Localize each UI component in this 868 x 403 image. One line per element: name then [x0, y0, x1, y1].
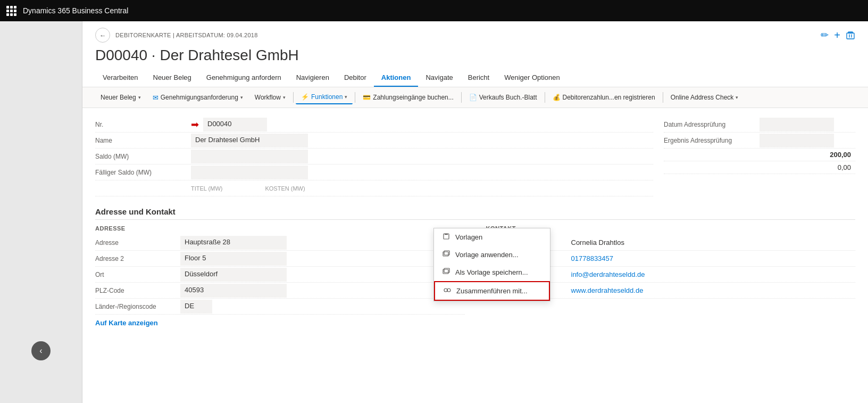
mail-icon: ✉	[153, 94, 158, 102]
telefon-value[interactable]: 01778833457	[571, 254, 614, 262]
zusammenfuehren-icon	[444, 286, 452, 295]
toolbar-divider-2	[355, 92, 355, 103]
dropdown-item-vorlagen[interactable]: Vorlagen	[434, 228, 550, 246]
field-row-name: Name Der Drahtesel GmbH	[95, 133, 653, 149]
money-icon: 💰	[553, 94, 561, 101]
ergebnis-label: Ergebnis Adressprüfung	[664, 137, 760, 144]
tab-neuer-beleg[interactable]: Neuer Beleg	[146, 69, 199, 87]
tab-verarbeiten[interactable]: Verarbeiten	[95, 69, 146, 87]
nr-label: Nr.	[95, 121, 191, 128]
ort-input[interactable]: Düsseldorf	[180, 268, 287, 282]
toolbar-divider-1	[293, 92, 294, 103]
edit-button[interactable]: ✏	[821, 29, 829, 41]
toolbar-debitorenzahlungen[interactable]: 💰 Debitorenzahlun...en registrieren	[547, 91, 661, 104]
ergebnis-input[interactable]	[760, 134, 834, 147]
tab-bericht[interactable]: Bericht	[461, 69, 497, 87]
partial-label-2: KOSTEN (MW)	[265, 185, 305, 192]
addr-row-ort: Ort Düsseldorf	[95, 267, 465, 283]
dropdown-menu: Vorlagen Vorlage anwenden... Als Vorlage…	[433, 228, 550, 301]
email-value[interactable]: info@derdrahteseldd.de	[571, 270, 645, 278]
land-field-label: Länder-/Regionscode	[95, 303, 180, 310]
chevron-icon-5: ▾	[736, 95, 738, 100]
datum-input[interactable]	[760, 118, 834, 131]
adresse2-field-label: Adresse 2	[95, 255, 180, 262]
svg-rect-1	[848, 32, 853, 33]
name-input[interactable]: Der Drahtesel GmbH	[191, 134, 308, 147]
svg-rect-3	[445, 234, 448, 235]
faelliger-amount: 0,00	[838, 163, 855, 171]
toolbar-neuer-beleg[interactable]: Neuer Beleg ▾	[95, 91, 146, 104]
saldo-amount: 200,00	[830, 151, 855, 159]
name-label: Name	[95, 137, 191, 144]
addr-row-adresse2: Adresse 2 Floor 5	[95, 251, 465, 267]
saldo-input[interactable]	[191, 150, 308, 163]
tab-navigieren[interactable]: Navigieren	[289, 69, 337, 87]
genehmigung-label: Genehmigungsanforderung	[161, 94, 238, 101]
delete-button[interactable]	[846, 30, 855, 40]
svg-rect-0	[847, 33, 854, 39]
saldo-label: Saldo (MW)	[95, 153, 191, 160]
kontaktname-value: Cornelia Drahtlos	[571, 238, 624, 246]
toolbar-address-check[interactable]: Online Address Check ▾	[665, 91, 744, 104]
homepage-value[interactable]: www.derdrahteseldd.de	[571, 286, 644, 294]
map-link[interactable]: Auf Karte anzeigen	[95, 319, 158, 327]
toolbar-verkaufs-buch[interactable]: 📄 Verkaufs Buch.-Blatt	[464, 91, 542, 104]
vorlage-anwenden-icon	[443, 250, 451, 259]
chevron-icon-3: ▾	[283, 95, 286, 100]
form-area: Nr. ➡ D00040 Name Der Drahtesel GmbH	[82, 108, 868, 335]
adresse-field-label: Adresse	[95, 239, 180, 246]
verkaufs-label: Verkaufs Buch.-Blatt	[479, 94, 537, 101]
land-input[interactable]: DE	[180, 300, 212, 314]
dropdown-item-vorlage-anwenden[interactable]: Vorlage anwenden...	[434, 246, 550, 264]
tab-navigate[interactable]: Navigate	[418, 69, 460, 87]
page-content: ← DEBITORENKARTE | ARBEITSDATUM: 09.04.2…	[82, 21, 868, 403]
plz-input[interactable]: 40593	[180, 284, 287, 298]
field-row-ergebnis: Ergebnis Adressprüfung	[664, 133, 855, 149]
tab-aktionen[interactable]: Aktionen	[374, 69, 419, 87]
doc-icon: 📄	[469, 94, 477, 101]
dropdown-item-zusammenfuehren[interactable]: Zusammenführen mit...	[434, 281, 550, 301]
nr-input[interactable]: D00040	[203, 118, 267, 131]
page-header: ← DEBITORENKARTE | ARBEITSDATUM: 09.04.2…	[82, 21, 868, 87]
sidebar: ‹	[0, 21, 82, 403]
vorlage-anwenden-label: Vorlage anwenden...	[455, 251, 519, 259]
tab-genehmigung[interactable]: Genehmigung anfordern	[199, 69, 289, 87]
address-check-label: Online Address Check	[671, 94, 734, 101]
toolbar-workflow[interactable]: Workflow ▾	[249, 91, 291, 104]
adresse2-input[interactable]: Floor 5	[180, 252, 287, 266]
addr-row-adresse: Adresse Hauptsraße 28	[95, 235, 465, 251]
svg-point-8	[444, 289, 447, 292]
nav-tabs: Verarbeiten Neuer Beleg Genehmigung anfo…	[95, 69, 855, 87]
toolbar-genehmigung[interactable]: ✉ Genehmigungsanforderung ▾	[147, 91, 248, 104]
faelliger-input[interactable]	[191, 166, 308, 179]
zahlungseingaenge-label: Zahlungseingänge buchen...	[373, 94, 453, 101]
tab-weniger-optionen[interactable]: Weniger Optionen	[497, 69, 567, 87]
vorlagen-label: Vorlagen	[455, 233, 482, 241]
adresse-subsection: ADRESSE	[95, 225, 465, 232]
dropdown-item-als-vorlage[interactable]: Als Vorlage speichern...	[434, 264, 550, 281]
toolbar-divider-5	[663, 92, 663, 103]
field-row-faelliger: Fälliger Saldo (MW)	[95, 165, 653, 180]
toolbar-funktionen[interactable]: ⚡ Funktionen ▾	[296, 91, 353, 104]
workflow-label: Workflow	[255, 94, 281, 101]
app-title: Dynamics 365 Business Central	[23, 6, 128, 15]
zusammenfuehren-label: Zusammenführen mit...	[456, 287, 528, 295]
addr-row-land: Länder-/Regionscode DE	[95, 299, 465, 315]
field-row-datum: Datum Adressprüfung	[664, 117, 855, 133]
toolbar-zahlungseingaenge[interactable]: 💳 Zahlungseingänge buchen...	[357, 91, 458, 104]
waffle-icon[interactable]	[6, 6, 16, 16]
sidebar-collapse-button[interactable]: ‹	[31, 341, 51, 360]
plz-field-label: PLZ-Code	[95, 287, 180, 294]
chevron-icon-2: ▾	[240, 95, 243, 100]
page-title: D00040 · Der Drahtesel GmbH	[95, 47, 299, 64]
tab-debitor[interactable]: Debitor	[337, 69, 374, 87]
neuer-beleg-label: Neuer Beleg	[101, 94, 136, 101]
field-row-nr: Nr. ➡ D00040	[95, 117, 653, 133]
add-button[interactable]: +	[834, 29, 840, 42]
vorlagen-icon	[443, 233, 451, 242]
addr-row-plz: PLZ-Code 40593	[95, 283, 465, 299]
breadcrumb-row: ← DEBITORENKARTE | ARBEITSDATUM: 09.04.2…	[95, 28, 855, 43]
adresse-input[interactable]: Hauptsraße 28	[180, 236, 287, 250]
svg-point-9	[447, 289, 450, 292]
back-button[interactable]: ←	[95, 28, 110, 43]
